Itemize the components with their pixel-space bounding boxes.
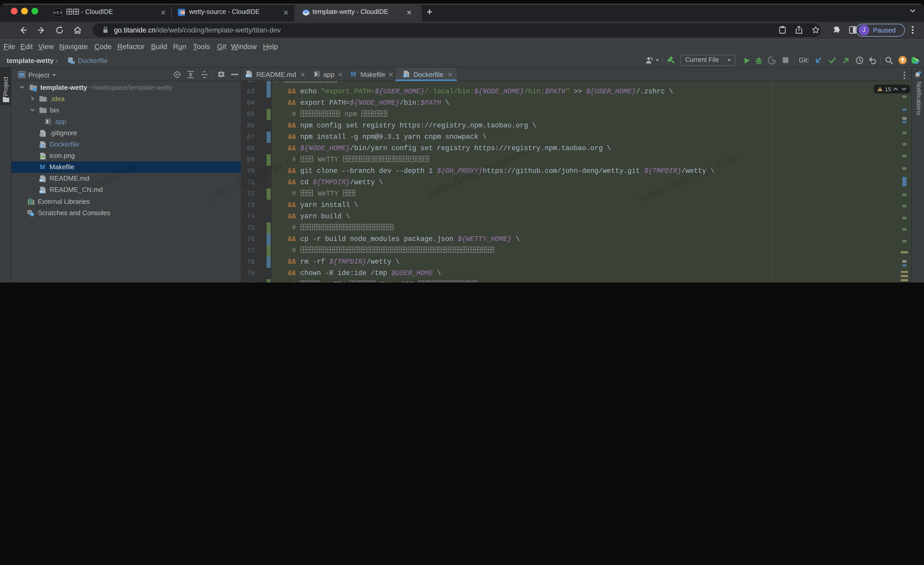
svg-text:MD: MD [246, 74, 250, 77]
svg-text:D: D [404, 74, 406, 77]
svg-text:<t>: <t> [54, 11, 62, 15]
svg-text:JS: JS [181, 11, 185, 15]
svg-text:D: D [69, 60, 70, 63]
svg-text:M: M [40, 164, 45, 170]
svg-text:M: M [351, 71, 356, 77]
svg-text:MD: MD [39, 179, 44, 182]
svg-text:</>: </> [304, 11, 308, 13]
svg-text:MD: MD [39, 191, 44, 194]
svg-text:D: D [41, 145, 43, 148]
